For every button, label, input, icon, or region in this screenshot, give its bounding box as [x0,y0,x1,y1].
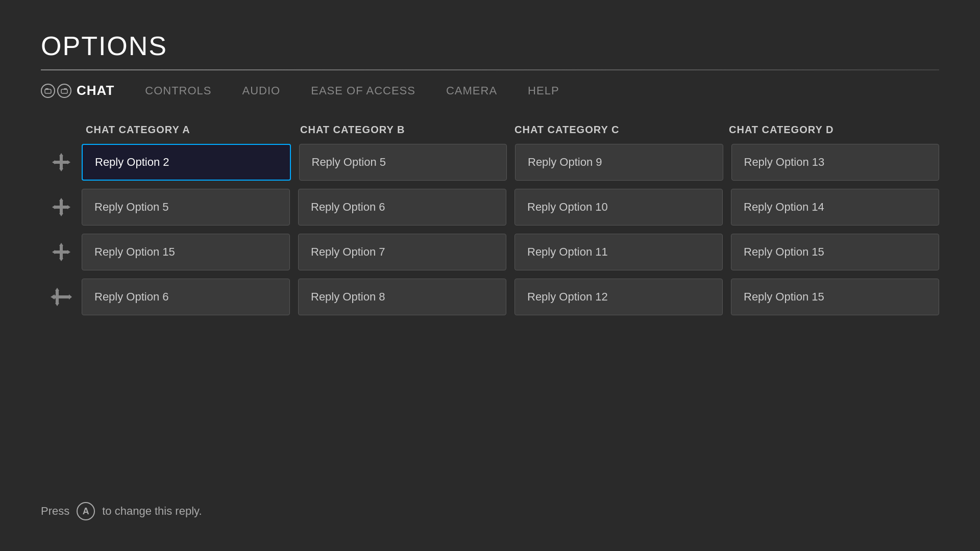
svg-rect-17 [54,251,68,254]
row-3-icon [41,243,82,261]
tab-chat[interactable]: CHAT [41,83,114,98]
cell-r2c4[interactable]: Reply Option 14 [731,189,939,226]
category-header-c: CHAT CATEGORY C [510,124,725,136]
cell-r1c1[interactable]: Reply Option 2 [82,144,291,181]
svg-marker-26 [55,303,59,306]
row-2-icon [41,198,82,216]
svg-marker-9 [67,160,70,164]
cell-r3c4[interactable]: Reply Option 15 [731,234,939,270]
lb-button [41,84,55,98]
category-header-a: CHAT CATEGORY A [82,124,296,136]
cell-r3c3[interactable]: Reply Option 11 [514,234,723,270]
svg-marker-15 [67,205,70,209]
footer-press-label: Press [41,505,69,518]
cell-r4c2[interactable]: Reply Option 8 [298,279,506,315]
content-area: CHAT CATEGORY A CHAT CATEGORY B CHAT CAT… [41,124,939,487]
cell-r2c3[interactable]: Reply Option 10 [514,189,723,226]
tab-controls[interactable]: CONTROLS [145,84,211,97]
cell-r1c2[interactable]: Reply Option 5 [299,144,507,181]
tab-help[interactable]: HELP [528,84,559,97]
row-1-icon [41,153,82,171]
svg-marker-27 [69,294,72,299]
grid-row-2: Reply Option 5 Reply Option 6 Reply Opti… [41,189,939,226]
a-button: A [77,502,95,520]
cell-r4c4[interactable]: Reply Option 15 [731,279,939,315]
move-icon-4 [51,288,72,306]
tab-chat-label: CHAT [77,83,114,98]
svg-marker-8 [52,160,55,164]
footer-action-label: to change this reply. [102,505,202,518]
svg-marker-13 [59,213,63,216]
category-header-b: CHAT CATEGORY B [296,124,510,136]
categories-header: CHAT CATEGORY A CHAT CATEGORY B CHAT CAT… [82,124,939,136]
svg-marker-18 [59,243,63,246]
row-4-cells: Reply Option 6 Reply Option 8 Reply Opti… [82,279,939,315]
cell-r4c3[interactable]: Reply Option 12 [514,279,723,315]
nav-tabs: CHAT CONTROLS AUDIO EASE OF ACCESS CAMER… [41,83,939,98]
tab-ease-of-access[interactable]: EASE OF ACCESS [311,84,415,97]
move-icon-2 [52,198,70,216]
svg-marker-14 [52,205,55,209]
row-1-cells: Reply Option 2 Reply Option 5 Reply Opti… [82,144,939,181]
svg-rect-2 [61,89,67,93]
page-container: OPTIONS CHAT [0,0,980,551]
svg-rect-1 [45,88,48,90]
tab-camera[interactable]: CAMERA [446,84,497,97]
row-3-cells: Reply Option 15 Reply Option 7 Reply Opt… [82,234,939,270]
svg-marker-7 [59,168,63,171]
cell-r1c4[interactable]: Reply Option 13 [731,144,940,181]
rows-container: Reply Option 2 Reply Option 5 Reply Opti… [41,144,939,315]
svg-marker-12 [59,198,63,201]
grid-row-1: Reply Option 2 Reply Option 5 Reply Opti… [41,144,939,181]
svg-rect-11 [54,206,68,209]
title-divider [41,69,939,70]
svg-marker-21 [67,250,70,254]
svg-rect-3 [64,88,67,90]
category-header-d: CHAT CATEGORY D [725,124,939,136]
tab-audio[interactable]: AUDIO [242,84,281,97]
svg-marker-6 [59,153,63,156]
page-title: OPTIONS [41,31,939,61]
row-2-cells: Reply Option 5 Reply Option 6 Reply Opti… [82,189,939,226]
cell-r4c1[interactable]: Reply Option 6 [82,279,290,315]
svg-marker-19 [59,258,63,261]
cell-r3c1[interactable]: Reply Option 15 [82,234,290,270]
svg-rect-0 [45,89,51,93]
cell-r2c2[interactable]: Reply Option 6 [298,189,506,226]
move-icon-3 [52,243,70,261]
svg-rect-5 [54,161,68,164]
svg-marker-20 [52,250,55,254]
rb-button [57,84,71,98]
grid-row-4: Reply Option 6 Reply Option 8 Reply Opti… [41,279,939,315]
move-icon-1 [52,153,70,171]
svg-marker-25 [55,288,59,291]
footer: Press A to change this reply. [41,487,939,520]
cell-r1c3[interactable]: Reply Option 9 [515,144,723,181]
row-4-icon [41,288,82,306]
cell-r2c1[interactable]: Reply Option 5 [82,189,290,226]
controller-buttons [41,84,71,98]
svg-rect-24 [53,295,70,298]
cell-r3c2[interactable]: Reply Option 7 [298,234,506,270]
grid-row-3: Reply Option 15 Reply Option 7 Reply Opt… [41,234,939,270]
